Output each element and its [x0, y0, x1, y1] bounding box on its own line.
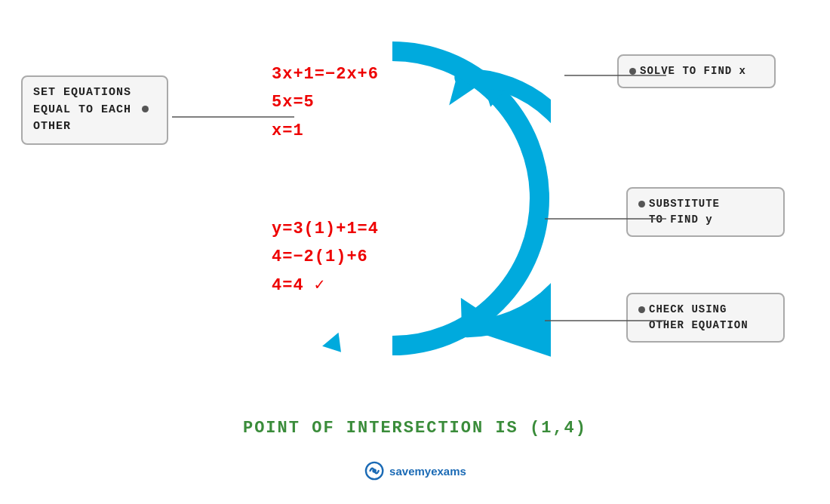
- svg-point-11: [372, 469, 377, 473]
- check-line1: CHECK USING: [649, 303, 727, 315]
- intersection-text: POINT OF INTERSECTION IS (1,4): [243, 419, 587, 438]
- connector-dot-right-bot: [638, 306, 645, 313]
- solve-to-find-label: SOLVE TO FIND x: [617, 54, 776, 88]
- substitute-to-find-label: SUBSTITUTE TO FIND y: [626, 187, 785, 237]
- connector-dot-right-top: [629, 68, 636, 75]
- substitute-line1: SUBSTITUTE: [649, 198, 720, 210]
- label-line2: EQUAL TO EACH: [33, 103, 131, 116]
- eq2: 5x=5: [272, 88, 379, 116]
- solve-label-text: SOLVE TO FIND x: [640, 65, 746, 77]
- svg-marker-5: [322, 333, 349, 359]
- set-equations-label: SET EQUATIONS EQUAL TO EACH OTHER: [21, 75, 168, 145]
- savemyexams-logo: savemyexams: [364, 460, 466, 481]
- label-line3: OTHER: [33, 120, 71, 133]
- eq6: 4=4 ✓: [272, 272, 379, 300]
- connector-dot-left: [142, 106, 149, 112]
- logo-text: savemyexams: [389, 465, 466, 478]
- eq4: y=3(1)+1=4: [272, 215, 379, 243]
- intersection-label: POINT OF INTERSECTION IS (1,4): [243, 419, 587, 438]
- check-label: CHECK USING OTHER EQUATION: [626, 293, 785, 343]
- eq5: 4=−2(1)+6: [272, 243, 379, 271]
- upper-equations: 3x+1=−2x+6 5x=5 x=1: [272, 60, 379, 145]
- eq3: x=1: [272, 117, 379, 145]
- eq1: 3x+1=−2x+6: [272, 60, 379, 88]
- label-line1: SET EQUATIONS: [33, 86, 131, 99]
- logo-icon: [364, 460, 385, 481]
- check-line2: OTHER EQUATION: [649, 319, 749, 331]
- lower-equations: y=3(1)+1=4 4=−2(1)+6 4=4 ✓: [272, 215, 379, 300]
- substitute-line2: TO FIND y: [649, 214, 713, 226]
- connector-dot-right-mid: [638, 201, 645, 207]
